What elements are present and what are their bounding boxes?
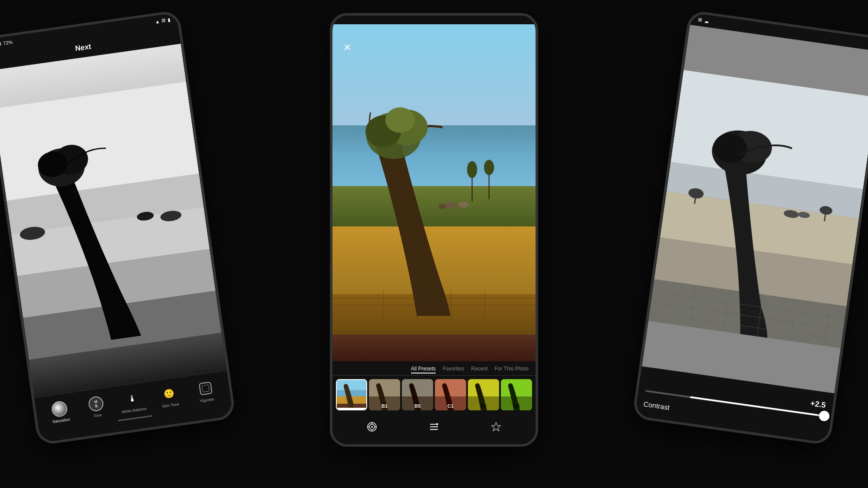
battery-icon: ▮: [168, 17, 171, 23]
svg-rect-29: [337, 390, 366, 396]
preset-b5-thumb: B5: [402, 379, 433, 410]
saturation-icon: [51, 400, 69, 418]
slider-thumb[interactable]: [819, 410, 830, 422]
preset-b1-thumb: B1: [369, 379, 400, 410]
tool-tone[interactable]: HS Tone: [82, 394, 111, 419]
preset-c1[interactable]: C1: [435, 379, 466, 410]
preset-c1-label: C1: [435, 403, 466, 409]
tone-icon: HS: [87, 395, 105, 413]
target-button[interactable]: [363, 418, 381, 436]
tree-illustration-center: [332, 24, 536, 361]
tone-label: Tone: [93, 413, 102, 418]
saturation-label: Saturation: [52, 417, 70, 424]
star-button[interactable]: [487, 418, 505, 436]
close-button[interactable]: ✕: [339, 40, 355, 56]
star-icon: [491, 422, 501, 432]
preset-f2-thumb: F2: [468, 379, 499, 410]
phone-center: ✕: [330, 13, 538, 447]
tool-saturation[interactable]: Saturation: [46, 400, 74, 425]
preset-original-svg: [337, 380, 366, 409]
vignette-label: Vignette: [200, 397, 214, 403]
tab-all-presets[interactable]: All Presets: [411, 365, 436, 373]
skin-tone-label: Skin Tone: [162, 402, 179, 408]
svg-point-18: [484, 160, 494, 175]
nfc-icon: N: [0, 40, 2, 47]
preset-g3-label: G3: [501, 403, 532, 409]
svg-point-14: [385, 108, 415, 133]
cloud-icon: ☁: [704, 18, 709, 24]
preset-b5-label: B5: [402, 403, 433, 409]
svg-point-20: [459, 202, 469, 208]
color-photo: [332, 24, 536, 361]
preset-g3[interactable]: G3: [501, 379, 532, 410]
presets-panel: All Presets Favorites Recent For This Ph…: [332, 361, 536, 444]
tool-skin-tone[interactable]: 🙂 Skin Tone: [155, 384, 184, 409]
tab-favorites[interactable]: Favorites: [443, 365, 464, 373]
wifi-icon: ⌘: [161, 17, 167, 23]
svg-marker-53: [492, 422, 500, 431]
vignette-icon: [197, 380, 214, 397]
status-bar-right-left: ⌘ ☁: [697, 17, 709, 24]
tool-white-balance[interactable]: 🌡 White Balance: [118, 389, 147, 414]
svg-point-44: [371, 426, 373, 428]
preset-b1-label: B1: [369, 403, 400, 409]
svg-point-19: [444, 202, 457, 209]
status-bar-left-info: ⬡ N 72%: [0, 39, 13, 48]
preset-g3-thumb: G3: [501, 379, 532, 410]
preset-b5[interactable]: B5: [402, 379, 433, 410]
svg-point-16: [467, 161, 477, 178]
preset-f2-label: F2: [468, 403, 499, 409]
status-bar-right-info: ▲ ⌘ ▮: [155, 17, 171, 25]
header-title-left: Next: [75, 43, 92, 53]
svg-point-52: [436, 423, 438, 426]
presets-tabs: All Presets Favorites Recent For This Ph…: [332, 361, 536, 376]
preset-c1-thumb: C1: [435, 379, 466, 410]
preset-f2[interactable]: F2: [468, 379, 499, 410]
presets-thumbnails-row: B1 B5: [332, 376, 536, 414]
center-bottom-actions: [332, 414, 536, 444]
smiley-icon: 🙂: [160, 385, 178, 403]
wifi-signal-icon: ⌘: [697, 17, 703, 23]
preset-original-thumb: [337, 380, 366, 409]
target-icon: [367, 422, 377, 432]
preset-original[interactable]: [336, 379, 367, 410]
signal-icon: ▲: [155, 19, 160, 24]
photo-area-center: ✕: [332, 24, 536, 361]
svg-point-21: [438, 204, 447, 209]
thermometer-icon: 🌡: [124, 390, 141, 408]
menu-icon: [429, 422, 439, 432]
preset-b1[interactable]: B1: [369, 379, 400, 410]
menu-button[interactable]: [425, 418, 443, 436]
original-indicator: [337, 408, 366, 409]
battery-level: 72%: [3, 39, 13, 46]
tool-vignette[interactable]: Vignette: [191, 379, 220, 404]
tab-for-this-photo[interactable]: For This Photo: [495, 365, 529, 373]
tab-recent[interactable]: Recent: [471, 365, 487, 373]
white-balance-label: White Balance: [122, 406, 147, 414]
svg-rect-28: [337, 380, 366, 390]
status-bar-center: [332, 16, 536, 24]
